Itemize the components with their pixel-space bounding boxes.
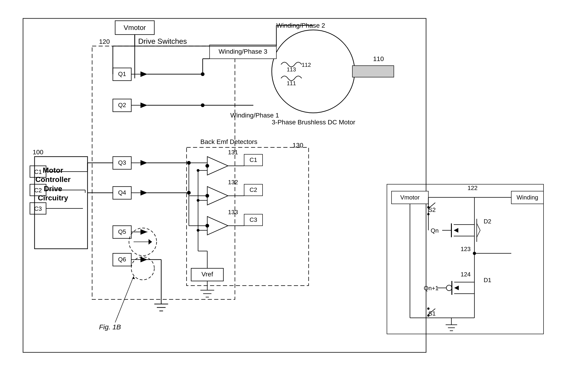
main-canvas: Motor Controller Drive Circuitry C1 C2 C… bbox=[0, 0, 573, 392]
c1-right-label: C1 bbox=[250, 156, 257, 163]
ref133-label: 133 bbox=[228, 209, 238, 215]
q5-label: Q5 bbox=[118, 228, 126, 235]
qn1-label: Qn+1 bbox=[424, 285, 438, 292]
winding-right-label: Winding bbox=[517, 194, 538, 201]
svg-text:Circuitry: Circuitry bbox=[38, 194, 68, 202]
q4-label: Q4 bbox=[118, 189, 126, 196]
svg-rect-0 bbox=[0, 0, 573, 392]
winding-phase3-label: Winding/Phase 3 bbox=[218, 48, 267, 55]
svg-point-136 bbox=[427, 314, 430, 317]
svg-point-138 bbox=[427, 307, 430, 310]
svg-point-97 bbox=[197, 229, 199, 232]
svg-point-81 bbox=[205, 164, 209, 168]
svg-point-135 bbox=[427, 213, 430, 215]
svg-rect-32 bbox=[352, 66, 394, 77]
motor-type-label: 3-Phase Brushless DC Motor bbox=[272, 119, 355, 126]
c2-left-label: C2 bbox=[34, 187, 42, 194]
motor-ctrl-text: Motor bbox=[43, 166, 63, 174]
d1-label: D1 bbox=[484, 277, 491, 284]
ref111-label: 111 bbox=[287, 80, 296, 86]
q2-label: Q2 bbox=[118, 102, 126, 108]
vmotor-right-label: Vmotor bbox=[400, 194, 420, 201]
vmotor-top-label: Vmotor bbox=[124, 24, 146, 31]
svg-point-78 bbox=[201, 103, 204, 107]
qn-label: Qn bbox=[431, 227, 439, 234]
q6-label: Q6 bbox=[118, 256, 126, 263]
ref100-label: 100 bbox=[33, 149, 44, 156]
winding-phase1-label: Winding/Phase 1 bbox=[230, 112, 279, 119]
drive-switches-label: Drive Switches bbox=[138, 37, 187, 45]
c3-right-label: C3 bbox=[250, 216, 257, 223]
svg-point-77 bbox=[201, 72, 204, 76]
ref122-label: 122 bbox=[467, 184, 477, 191]
d2-label: D2 bbox=[484, 218, 491, 225]
q3-label: Q3 bbox=[118, 159, 126, 166]
svg-text:Drive: Drive bbox=[44, 184, 62, 193]
svg-point-115 bbox=[446, 285, 452, 291]
vref-label: Vref bbox=[201, 271, 213, 278]
ref113-label: 113 bbox=[287, 66, 296, 72]
ref131-label: 131 bbox=[228, 149, 238, 156]
q1-label: Q1 bbox=[118, 71, 126, 77]
ref112-label: 112 bbox=[302, 62, 311, 68]
c1-left-label: C1 bbox=[34, 168, 42, 175]
circuit-diagram: Motor Controller Drive Circuitry C1 C2 C… bbox=[0, 0, 573, 392]
c3-left-label: C3 bbox=[34, 205, 42, 212]
ref120-label: 120 bbox=[99, 38, 110, 45]
svg-point-96 bbox=[197, 199, 199, 202]
ref110-label: 110 bbox=[373, 55, 384, 62]
ref130-label: 130 bbox=[292, 142, 303, 149]
svg-point-142 bbox=[473, 252, 476, 255]
fig1b-label: Fig. 1B bbox=[99, 323, 121, 331]
ref123-label: 123 bbox=[461, 246, 470, 252]
ref124-label: 124 bbox=[461, 271, 470, 278]
svg-point-95 bbox=[197, 169, 199, 172]
svg-text:Controller: Controller bbox=[36, 175, 71, 184]
ref132-label: 132 bbox=[228, 179, 238, 186]
c2-right-label: C2 bbox=[250, 186, 257, 193]
back-emf-label: Back Emf Detectors bbox=[200, 138, 257, 145]
